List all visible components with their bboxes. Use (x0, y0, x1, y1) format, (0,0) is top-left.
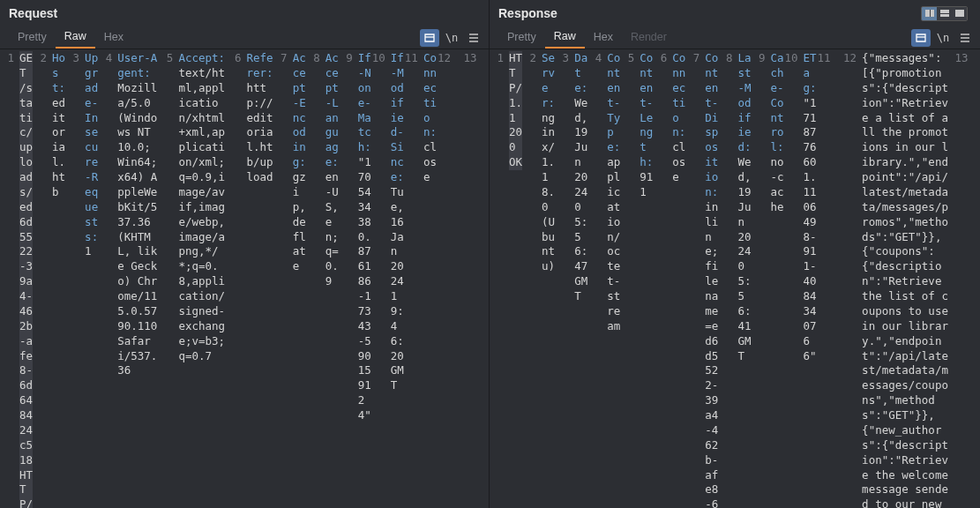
tab-raw[interactable]: Raw (545, 27, 585, 49)
line-text: Connection: close (672, 51, 685, 185)
line-number: 2 (33, 51, 52, 64)
code-line[interactable]: 4Content-Type: application/octet-stream (587, 51, 620, 508)
line-text: Date: Wed, 19 Jun 2024 05:56:47 GMT (574, 51, 587, 304)
code-line[interactable]: 6Referer: http://editorial.htb/upload (228, 51, 273, 508)
line-text: Upgrade-Insecure-Requests: 1 (85, 51, 98, 259)
line-number: 11 (404, 51, 423, 64)
response-title: Response (498, 6, 921, 20)
response-editor[interactable]: 1HTTP/1.1 200 OK2Server: nginx/1.18.0 (U… (490, 49, 980, 508)
code-line[interactable]: 10ETag: "1718776601.1106498-911-40843407… (784, 51, 817, 508)
line-number: 6 (228, 51, 247, 64)
code-line[interactable]: 9If-None-Match: "1705434380.876186-17343… (339, 51, 371, 508)
line-text: Connection: close (423, 51, 437, 185)
line-number: 6 (653, 51, 672, 64)
line-number: 4 (587, 51, 607, 64)
request-panel: Request Pretty Raw Hex \n 1GET /static/u… (0, 0, 490, 508)
code-line[interactable]: 1HTTP/1.1 200 OK (490, 51, 522, 508)
line-number: 5 (159, 51, 178, 64)
menu-icon[interactable] (464, 29, 483, 47)
code-line[interactable]: 8Accept-Language: en-US,en;q=0.9 (306, 51, 339, 508)
line-number: 13 (462, 51, 482, 64)
line-number: 2 (522, 51, 542, 64)
line-number: 10 (371, 51, 391, 64)
code-line[interactable]: 11Connection: close (404, 51, 437, 508)
request-title: Request (9, 6, 482, 20)
code-line[interactable]: 1GET /static/uploads/ed6d5522-39a4-462b-… (0, 51, 33, 508)
line-number: 4 (98, 51, 117, 64)
action-button-icon[interactable] (420, 29, 439, 47)
layout-horizontal-icon[interactable] (937, 7, 952, 20)
line-number: 9 (339, 51, 358, 64)
response-tab-row: Pretty Raw Hex Render \n (490, 26, 980, 49)
line-number: 8 (306, 51, 325, 64)
line-number: 7 (273, 51, 293, 64)
line-number: 1 (490, 51, 509, 64)
code-line[interactable]: 5Content-Length: 911 (620, 51, 653, 508)
tab-pretty[interactable]: Pretty (498, 28, 545, 48)
line-text: If-Modified-Since: Tue, 16 Jan 2024 19:4… (391, 51, 404, 393)
line-text: Last-Modified: Wed, 19 Jun 2024 05:56:41… (737, 51, 751, 363)
layout-vertical-icon[interactable] (922, 7, 937, 20)
tab-raw[interactable]: Raw (56, 27, 95, 49)
line-text: Content-Type: application/octet-stream (607, 51, 620, 334)
code-line[interactable]: 3Upgrade-Insecure-Requests: 1 (65, 51, 98, 508)
tab-hex[interactable]: Hex (585, 28, 622, 48)
line-text: Host: editorial.htb (52, 51, 65, 200)
request-editor[interactable]: 1GET /static/uploads/ed6d5522-39a4-462b-… (0, 49, 489, 508)
code-line[interactable]: 6Connection: close (653, 51, 685, 508)
line-text: Accept-Language: en-US,en;q=0.9 (325, 51, 339, 289)
code-line[interactable]: 11 (817, 51, 843, 508)
code-line[interactable]: 2Server: nginx/1.18.0 (Ubuntu) (522, 51, 555, 508)
line-text: {"messages":[{"promotions":{"description… (862, 51, 954, 508)
tab-hex[interactable]: Hex (95, 28, 132, 48)
code-line[interactable]: 12 (437, 51, 463, 508)
code-line[interactable]: 7Accept-Encoding: gzip, deflate (273, 51, 306, 508)
code-line[interactable]: 2Host: editorial.htb (33, 51, 65, 508)
request-tab-row: Pretty Raw Hex \n (0, 26, 489, 49)
line-number: 13 (954, 51, 973, 64)
line-number: 3 (65, 51, 85, 64)
line-number: 12 (842, 51, 862, 64)
layout-toggle[interactable] (921, 6, 968, 21)
line-number: 3 (555, 51, 574, 64)
code-line[interactable]: 7Content-Disposition: inline; filename=e… (685, 51, 718, 508)
line-number: 10 (784, 51, 804, 64)
line-number: 9 (751, 51, 770, 64)
line-text: Accept-Encoding: gzip, deflate (293, 51, 306, 274)
line-text: Content-Length: 911 (640, 51, 653, 200)
menu-icon[interactable] (955, 29, 975, 47)
line-text (456, 51, 463, 66)
code-line[interactable]: 4User-Agent: Mozilla/5.0 (Windows NT 10.… (98, 51, 159, 508)
line-number: 12 (437, 51, 456, 64)
newline-icon[interactable]: \n (442, 29, 461, 47)
layout-single-icon[interactable] (952, 7, 967, 20)
code-line[interactable]: 13 (462, 51, 489, 508)
response-title-row: Response (490, 0, 980, 26)
code-line[interactable]: 8Last-Modified: Wed, 19 Jun 2024 05:56:4… (718, 51, 751, 508)
code-line[interactable]: 10If-Modified-Since: Tue, 16 Jan 2024 19… (371, 51, 404, 508)
code-line[interactable]: 9Cache-Control: no-cache (751, 51, 783, 508)
line-number: 11 (817, 51, 836, 64)
code-line[interactable]: 13 (954, 51, 980, 508)
code-line[interactable]: 3Date: Wed, 19 Jun 2024 05:56:47 GMT (555, 51, 587, 508)
code-line[interactable]: 12{"messages":[{"promotions":{"descripti… (842, 51, 954, 508)
action-button-icon[interactable] (911, 29, 931, 47)
line-text: Accept: text/html,application/xhtml+xml,… (178, 51, 227, 363)
tab-pretty[interactable]: Pretty (9, 28, 56, 48)
line-number: 1 (0, 51, 19, 64)
line-text: User-Agent: Mozilla/5.0 (Windows NT 10.0… (117, 51, 159, 378)
line-number: 7 (685, 51, 705, 64)
line-number: 8 (718, 51, 737, 64)
code-line[interactable]: 5Accept: text/html,application/xhtml+xml… (159, 51, 227, 508)
line-text: GET /static/uploads/ed6d5522-39a4-462b-a… (19, 51, 33, 508)
line-text: Content-Disposition: inline; filename=ed… (705, 51, 718, 508)
line-text: Referer: http://editorial.htb/upload (247, 51, 273, 185)
line-text: If-None-Match: "1705434380.876186-17343-… (358, 51, 371, 423)
line-text: HTTP/1.1 200 OK (509, 51, 522, 170)
newline-icon[interactable]: \n (933, 29, 953, 47)
request-title-row: Request (0, 0, 489, 26)
line-text (973, 51, 980, 66)
line-number: 5 (620, 51, 640, 64)
tab-render[interactable]: Render (622, 28, 676, 48)
line-text (482, 51, 489, 66)
